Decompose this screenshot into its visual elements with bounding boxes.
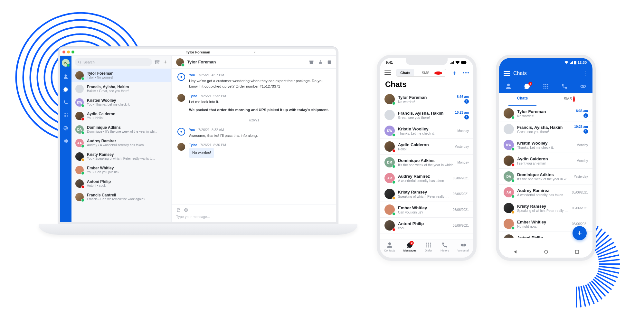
chat-item[interactable]: Francis Cantrell Francis • Can we review… [71,190,171,204]
calls-icon[interactable] [63,99,69,105]
chat-row[interactable]: Tylor Foreman No worries! 8:36 am 1 [499,106,592,121]
chat-row[interactable]: KW Kristin Woolley Thanks, Let me check … [499,137,592,153]
dialpad-icon[interactable] [63,112,69,118]
menu-icon[interactable] [384,71,391,75]
chat-item[interactable]: Francis, Ayisha, Hakim Hakim • Great, se… [71,82,171,96]
chat-name: Audrey Ramirez [87,139,167,143]
chat-item[interactable]: DA Dominique Adkins Dominique • It's the… [71,123,171,136]
svg-point-82 [547,86,548,87]
chat-item[interactable]: Tylor Foreman Tylor • No worries! [71,69,171,82]
chat-row[interactable]: DM Dominique Adkins It's the one week of… [380,155,473,170]
tab-messages[interactable]: 2Messages [403,242,417,258]
archive-icon[interactable] [155,60,160,65]
chat-name: Kristy Ramsey [517,204,569,209]
nav-calls[interactable] [561,83,568,90]
search-input[interactable]: Search [75,58,152,66]
chat-item[interactable]: KW Kristen Woolley You • Thanks, Let me … [71,96,171,109]
chat-name: Dominique Adkins [398,158,454,163]
expand-icon[interactable] [327,60,332,64]
contacts-icon[interactable] [63,74,69,80]
chat-item[interactable]: AA Audrey Ramirez Audrey • A wonderful s… [71,136,171,150]
emoji-icon[interactable] [184,208,188,212]
chat-item[interactable]: Ember Whitley You • Can you join us? [71,163,171,177]
settings-icon[interactable] [63,138,69,144]
new-button[interactable]: + [451,70,457,76]
avatar [504,219,514,229]
contact-avatar [176,58,184,66]
chat-row[interactable]: KW Kristin Woolley Thanks, Let me check … [380,123,473,139]
more-icon[interactable] [463,72,469,73]
share-icon[interactable] [318,60,323,64]
chat-preview: Francis • Can we review the work again? [87,197,167,201]
chat-item[interactable]: Antoni Philip Antoni • cool. [71,177,171,190]
chat-row[interactable]: Aydin Calderon I sent you an email Monda… [499,153,592,169]
avatar [504,156,514,166]
chat-item[interactable]: Aydin Calderon You • Hello! [71,109,171,123]
svg-point-78 [545,84,546,85]
svg-point-83 [544,88,545,89]
close-tab-icon[interactable]: × [254,50,256,54]
back-icon[interactable] [513,250,517,254]
user-avatar[interactable]: PJ [62,59,70,67]
avatar [384,220,395,231]
chat-row[interactable]: AR Audrey Ramirez A wonderful serenity h… [380,170,473,186]
archive-icon[interactable] [309,60,314,64]
tab-chats[interactable]: Chats [499,93,546,106]
chat-row[interactable]: Kristy Ramsey Speaking of which, Peter r… [380,186,473,202]
avatar: DM [384,157,395,167]
chat-preview: Tylor • No worries! [87,76,167,79]
svg-point-71 [428,246,429,247]
seg-chats: Chats [396,69,414,76]
chat-list[interactable]: Tylor Foreman No worries! 8:36 am 1 Fran… [380,91,473,236]
nav-dialer[interactable] [543,83,549,90]
menu-icon[interactable] [504,71,510,76]
chat-preview: It's the one week of the year in which [398,163,454,167]
chat-name: Aydin Calderon [517,156,573,161]
chat-row[interactable]: Ember Whitley Can you join us? 05/06/202… [380,202,473,218]
chat-preview: You • Thanks, Let me check it. [87,103,167,106]
chat-row[interactable]: Francis, Ayisha, Hakim Great, see you th… [499,121,592,137]
chat-time: 05/06/2021 [453,208,469,212]
svg-point-52 [67,116,68,117]
chat-list[interactable]: Tylor Foreman No worries! 8:36 am 1 Fran… [499,106,592,238]
search-placeholder: Search [83,60,95,64]
chat-row[interactable]: Kristy Ramsey Speaking of which, Peter r… [499,200,592,216]
messages-icon[interactable] [63,87,69,92]
chat-row[interactable]: Aydin Calderon Hello! Yesterday [380,139,473,155]
nav-voicemail[interactable] [580,83,586,90]
chat-row[interactable]: AR Audrey Ramirez A wonderful serenity h… [499,185,592,200]
fab-new[interactable]: + [573,226,587,240]
segment-control[interactable]: Chats SMS [396,69,446,77]
home-icon[interactable] [544,250,548,254]
chat-row[interactable]: Francis, Ayisha, Hakim Great, see you th… [380,107,473,123]
chat-row[interactable]: Antoni Philip cool. 05/06/2021 [380,218,473,233]
svg-point-70 [426,246,427,247]
nav-messages[interactable]: 5 [524,83,530,90]
chat-item[interactable]: Kristy Ramsey You • Speaking of which, P… [71,150,171,163]
tab-history[interactable]: History [440,242,449,258]
nav-contacts[interactable] [505,83,512,90]
tab-sms[interactable]: SMS [546,93,592,106]
chat-name: Kristin Woolley [398,127,454,131]
globe-icon[interactable] [63,125,69,131]
svg-point-69 [430,244,431,245]
message: Tylor7/26/21, 8:36 PM No worries! [177,143,330,157]
svg-point-57 [181,76,182,78]
avatar [504,108,514,118]
new-chat-button[interactable]: + [162,59,168,65]
chat-name: Francis, Ayisha, Hakim [87,85,167,89]
tab-contacts[interactable]: Contacts [384,242,395,258]
tab-dialer[interactable]: Dialer [425,242,432,258]
svg-point-72 [430,246,431,247]
recent-icon[interactable] [575,250,579,254]
chat-row[interactable]: Tylor Foreman No worries! 8:36 am 1 [380,91,473,107]
attach-icon[interactable] [176,208,181,212]
tab-voicemail[interactable]: Voicemail [457,242,469,258]
chat-preview: Audrey • A wonderful serenity has taken [87,143,167,147]
message-input[interactable]: Type your message... [176,215,332,219]
chat-time: 05/06/2021 [572,191,588,194]
chat-row[interactable]: DA Dominique Adkins It's the one week of… [499,169,592,185]
more-icon[interactable]: ⋮ [582,70,588,77]
window-controls[interactable] [62,51,74,53]
chat-preview: No worries! [398,100,454,104]
